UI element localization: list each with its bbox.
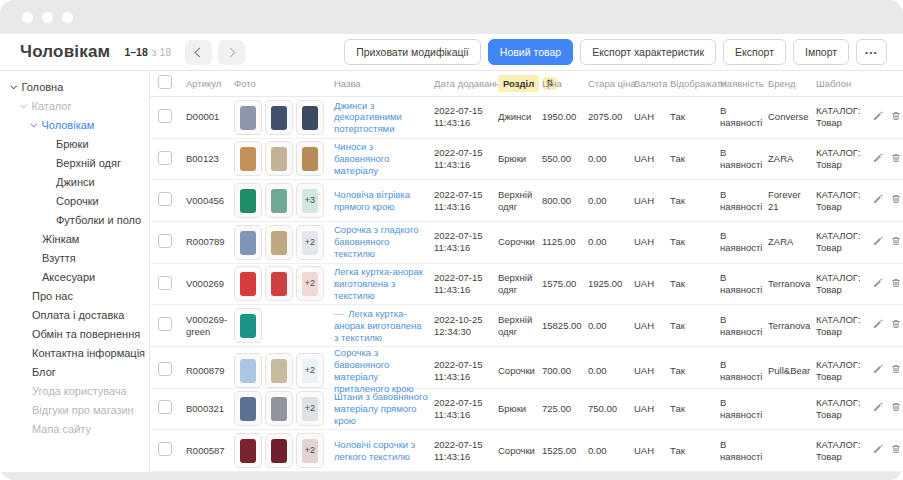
- product-photo[interactable]: [234, 225, 262, 260]
- product-photo[interactable]: [265, 433, 293, 468]
- row-checkbox[interactable]: [158, 276, 172, 290]
- sidebar-item-bloh[interactable]: Блог: [0, 362, 149, 381]
- edit-icon[interactable]: [872, 152, 884, 167]
- window-dot[interactable]: [22, 12, 33, 23]
- product-name-link[interactable]: Джинси з декоративними потертостями: [334, 100, 402, 135]
- sidebar-item-label: Про нас: [32, 290, 73, 302]
- garment-image: [271, 272, 287, 296]
- edit-icon[interactable]: [872, 235, 884, 250]
- sidebar-item-briuky[interactable]: Брюки: [0, 134, 149, 153]
- next-page-button[interactable]: [218, 40, 245, 65]
- delete-icon[interactable]: [890, 363, 902, 378]
- product-photo[interactable]: [234, 433, 262, 468]
- product-photo[interactable]: [234, 100, 262, 135]
- sidebar-item-mapa-saitu[interactable]: Мапа сайту: [0, 419, 149, 438]
- more-photos-badge[interactable]: +2: [296, 433, 324, 468]
- row-checkbox[interactable]: [158, 400, 172, 414]
- product-photo[interactable]: [265, 183, 293, 218]
- sidebar-item-kontaktna-informatsiia[interactable]: Контактна інформація: [0, 343, 149, 362]
- row-checkbox[interactable]: [158, 151, 172, 165]
- row-checkbox[interactable]: [158, 362, 172, 376]
- product-photo[interactable]: [265, 100, 293, 135]
- prev-page-button[interactable]: [185, 40, 212, 65]
- more-photos-badge[interactable]: +2: [296, 225, 324, 260]
- edit-icon[interactable]: [872, 110, 884, 125]
- delete-icon[interactable]: [890, 193, 902, 208]
- sidebar-item-verkhnii-odiah[interactable]: Верхній одяг: [0, 153, 149, 172]
- product-photo[interactable]: [234, 183, 262, 218]
- col-section[interactable]: Розділ⇅: [498, 75, 542, 93]
- product-name-link[interactable]: Сорочка з бавовняного матеріалу притален…: [334, 347, 414, 394]
- delete-icon[interactable]: [890, 401, 902, 416]
- sidebar-item-uhoda-korystuvacha[interactable]: Угода користувача: [0, 381, 149, 400]
- row-checkbox[interactable]: [158, 109, 172, 123]
- product-name-link[interactable]: Легка куртка-анорак виготовлена з тексти…: [334, 308, 422, 343]
- sidebar-item-holovna[interactable]: Головна: [0, 77, 149, 96]
- sidebar-item-pro-nas[interactable]: Про нас: [0, 286, 149, 305]
- product-name-link[interactable]: Чиноси з бавовняного матеріалу: [334, 141, 389, 176]
- product-name-link[interactable]: Чоловічі сорочки з легкого текстилю: [334, 439, 415, 462]
- product-photo[interactable]: [265, 391, 293, 426]
- more-photos-badge[interactable]: +2: [296, 391, 324, 426]
- product-photo[interactable]: [234, 391, 262, 426]
- more-photos-badge[interactable]: +2: [296, 353, 324, 388]
- sidebar-item-obmin-ta-povernennia[interactable]: Обмін та повернення: [0, 324, 149, 343]
- more-photos-badge[interactable]: +2: [296, 266, 324, 301]
- more-actions-button[interactable]: •••: [856, 39, 887, 65]
- row-checkbox[interactable]: [158, 442, 172, 456]
- product-name-link[interactable]: Штани з бавовняного матеріалу прямого кр…: [334, 391, 428, 426]
- hide-modifications-button[interactable]: Приховати модифікації: [344, 39, 481, 65]
- product-photo[interactable]: [296, 141, 324, 176]
- more-photos-badge[interactable]: +3: [296, 183, 324, 218]
- sidebar-item-aksesuary[interactable]: Аксесуари: [0, 267, 149, 286]
- delete-icon[interactable]: [890, 443, 902, 458]
- edit-icon[interactable]: [872, 277, 884, 292]
- product-photo[interactable]: [234, 266, 262, 301]
- window-dot[interactable]: [42, 12, 53, 23]
- edit-icon[interactable]: [872, 443, 884, 458]
- edit-icon[interactable]: [872, 193, 884, 208]
- edit-icon[interactable]: [872, 401, 884, 416]
- new-product-button[interactable]: Новий товар: [488, 39, 573, 65]
- product-photo[interactable]: [265, 353, 293, 388]
- product-name-link[interactable]: Сорочка з гладкого бавовняного текстилю: [334, 224, 418, 259]
- product-photo[interactable]: [296, 100, 324, 135]
- row-checkbox[interactable]: [158, 192, 172, 206]
- sidebar-item-zhinkam[interactable]: Жінкам: [0, 229, 149, 248]
- sidebar-item-label: Футболки и поло: [56, 214, 141, 226]
- cell-availability: В наявності: [720, 147, 768, 171]
- product-name-link[interactable]: Легка куртка-анорак виготовлена з тексти…: [334, 266, 423, 301]
- product-photo[interactable]: [265, 266, 293, 301]
- export-button[interactable]: Експорт: [723, 39, 786, 65]
- product-photo[interactable]: [234, 353, 262, 388]
- export-characteristics-button[interactable]: Експорт характеристик: [580, 39, 716, 65]
- sidebar-item-kataloh[interactable]: Каталог: [0, 96, 149, 115]
- select-all-checkbox[interactable]: [158, 75, 172, 89]
- cell-name: — Легка куртка-анорак виготовлена з текс…: [334, 308, 434, 344]
- row-checkbox[interactable]: [158, 234, 172, 248]
- sidebar-item-dzhynsy[interactable]: Джинси: [0, 172, 149, 191]
- delete-icon[interactable]: [890, 110, 902, 125]
- edit-icon[interactable]: [872, 318, 884, 333]
- window-dot[interactable]: [62, 12, 73, 23]
- sidebar-item-sorochky[interactable]: Сорочки: [0, 191, 149, 210]
- edit-icon[interactable]: [872, 363, 884, 378]
- delete-icon[interactable]: [890, 152, 902, 167]
- delete-icon[interactable]: [890, 318, 902, 333]
- sidebar-item-oplata-i-dostavka[interactable]: Оплата і доставка: [0, 305, 149, 324]
- sidebar-item-vzuttia[interactable]: Взуття: [0, 248, 149, 267]
- row-checkbox[interactable]: [158, 317, 172, 331]
- product-photo[interactable]: [265, 225, 293, 260]
- col-photo: Фото: [234, 78, 334, 90]
- sidebar-item-cholovikam[interactable]: Чоловікам: [0, 115, 149, 134]
- delete-icon[interactable]: [890, 235, 902, 250]
- sidebar-item-vidhuky-pro-mahazyn[interactable]: Відгуки про магазин: [0, 400, 149, 419]
- sidebar-item-futbolky-i-polo[interactable]: Футболки и поло: [0, 210, 149, 229]
- import-button[interactable]: Імпорт: [793, 39, 849, 65]
- product-photo[interactable]: [265, 141, 293, 176]
- product-name-link[interactable]: Чоловіча вітрівка прямого крою: [334, 189, 410, 212]
- cell-price: 1575.00: [542, 278, 588, 290]
- product-photo[interactable]: [234, 141, 262, 176]
- delete-icon[interactable]: [890, 277, 902, 292]
- product-photo[interactable]: [234, 308, 262, 343]
